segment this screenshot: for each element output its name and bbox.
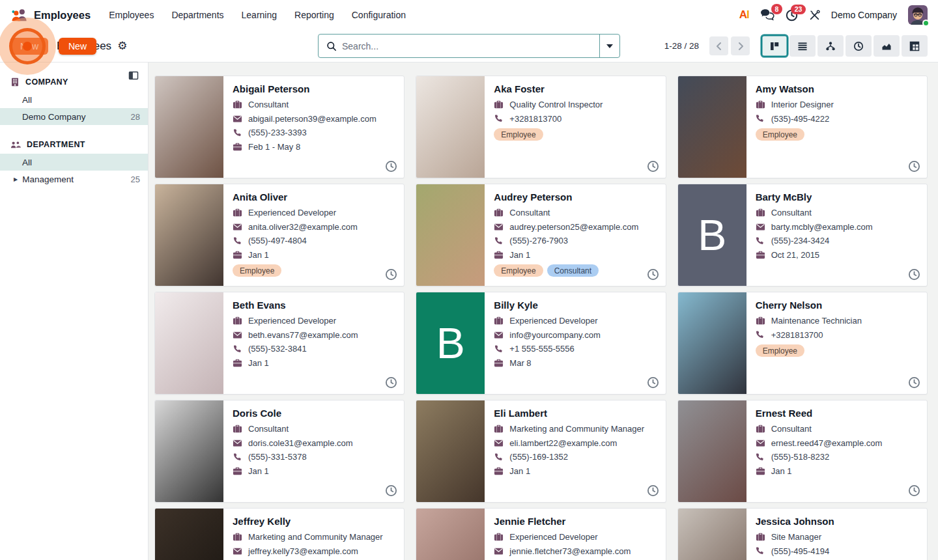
employee-job-row: Consultant bbox=[494, 206, 657, 220]
employee-card[interactable]: Beth Evans Experienced Developer beth.ev… bbox=[154, 292, 405, 395]
activity-clock-icon[interactable] bbox=[908, 484, 920, 497]
employee-card[interactable]: Doris Cole Consultant doris.cole31@examp… bbox=[154, 400, 405, 503]
ai-icon[interactable]: AI bbox=[739, 8, 749, 21]
list-view-button[interactable] bbox=[789, 35, 816, 57]
pivot-view-button[interactable] bbox=[902, 35, 928, 57]
employee-card[interactable]: B Barty McBly Consultant barty.mcbly@exa… bbox=[677, 184, 928, 287]
kanban-view-button[interactable] bbox=[761, 35, 788, 57]
employee-photo bbox=[155, 184, 223, 286]
phone-icon bbox=[756, 546, 765, 555]
employee-name: Eli Lambert bbox=[494, 408, 657, 419]
employee-card[interactable]: Audrey Peterson Consultant audrey.peters… bbox=[416, 184, 666, 287]
hierarchy-view-button[interactable] bbox=[817, 35, 844, 57]
activity-view-button[interactable] bbox=[846, 35, 872, 57]
pager-next-button[interactable] bbox=[731, 36, 750, 55]
employee-tag[interactable]: Employee bbox=[494, 264, 543, 277]
employee-tag[interactable]: Employee bbox=[233, 264, 281, 277]
employee-phone-row: (555)-532-3841 bbox=[233, 342, 396, 356]
employee-photo bbox=[678, 292, 746, 394]
employee-card[interactable]: Cherry Nelson Maintenance Technician +32… bbox=[677, 292, 928, 395]
activity-clock-icon[interactable] bbox=[908, 160, 920, 173]
employee-dates-row: Mar 8 bbox=[494, 356, 657, 371]
activity-clock-icon[interactable] bbox=[908, 376, 920, 389]
activity-clock-icon[interactable] bbox=[385, 376, 397, 389]
activity-clock-icon[interactable] bbox=[385, 484, 397, 497]
employee-phone-row: (555)-497-4804 bbox=[233, 234, 396, 248]
filter-item-all[interactable]: All bbox=[0, 91, 148, 108]
employee-job-row: Experienced Developer bbox=[494, 530, 657, 544]
phone-icon bbox=[233, 236, 242, 245]
panel-toggle-icon[interactable] bbox=[128, 70, 139, 81]
activity-clock-icon[interactable] bbox=[908, 268, 920, 281]
menu-reporting[interactable]: Reporting bbox=[294, 10, 334, 20]
employee-name: Cherry Nelson bbox=[756, 300, 919, 311]
employee-tag[interactable]: Employee bbox=[756, 344, 804, 357]
employee-tag[interactable]: Consultant bbox=[547, 264, 599, 277]
activity-clock-icon[interactable] bbox=[647, 160, 659, 173]
developer-tools-icon[interactable] bbox=[809, 10, 820, 21]
briefcase-icon bbox=[756, 316, 765, 326]
new-button-ghost[interactable]: New bbox=[59, 38, 96, 55]
new-button[interactable]: New bbox=[10, 38, 48, 55]
list-view-icon bbox=[797, 41, 808, 51]
activity-clock-icon[interactable] bbox=[647, 484, 659, 497]
employee-card[interactable]: Jessica Johnson Site Manager (555)-495-4… bbox=[677, 508, 928, 560]
search-options-toggle[interactable] bbox=[599, 35, 619, 57]
employee-email-row: barty.mcbly@example.com bbox=[756, 220, 919, 234]
employee-name: Audrey Peterson bbox=[494, 191, 657, 203]
phone-icon bbox=[233, 128, 242, 137]
menu-configuration[interactable]: Configuration bbox=[352, 10, 406, 20]
employee-card[interactable]: Ernest Reed Consultant ernest.reed47@exa… bbox=[677, 400, 928, 503]
employee-card[interactable]: Anita Oliver Experienced Developer anita… bbox=[154, 184, 405, 287]
top-navbar: Employees EmployeesDepartmentsLearningRe… bbox=[0, 0, 938, 30]
employee-job-row: Consultant bbox=[756, 422, 919, 436]
messages-icon[interactable]: 8 bbox=[760, 8, 775, 21]
employee-photo bbox=[678, 400, 746, 502]
filter-item-management[interactable]: ▶Management25 bbox=[0, 171, 148, 188]
chevron-right-icon bbox=[736, 42, 745, 51]
phone-icon bbox=[756, 453, 765, 462]
company-name[interactable]: Demo Company bbox=[831, 10, 897, 20]
employee-tag[interactable]: Employee bbox=[494, 128, 543, 141]
employee-card[interactable]: Abigail Peterson Consultant abigail.pete… bbox=[154, 76, 405, 178]
gear-icon[interactable]: ⚙ bbox=[117, 40, 127, 51]
app-title[interactable]: Employees bbox=[34, 9, 91, 21]
graph-view-button[interactable] bbox=[874, 35, 900, 57]
phone-icon bbox=[494, 236, 504, 245]
menu-learning[interactable]: Learning bbox=[242, 10, 277, 20]
employee-email-row: beth.evans77@example.com bbox=[233, 328, 396, 343]
employee-dates-row: Jan 1 bbox=[233, 356, 396, 371]
pager-previous-button[interactable] bbox=[709, 36, 728, 55]
activity-clock-icon[interactable] bbox=[647, 376, 659, 389]
employee-phone-row: (555)-331-5378 bbox=[233, 450, 396, 464]
employee-job-row: Experienced Developer bbox=[233, 206, 396, 220]
activity-clock-icon[interactable] bbox=[385, 160, 397, 173]
activity-clock-icon[interactable] bbox=[647, 268, 659, 281]
employee-card[interactable]: Jennie Fletcher Experienced Developer je… bbox=[416, 508, 666, 560]
kanban-grid: Abigail Peterson Consultant abigail.pete… bbox=[149, 63, 938, 560]
user-avatar[interactable] bbox=[908, 5, 928, 25]
employee-card[interactable]: Amy Watson Interior Designer (535)-495-4… bbox=[677, 76, 928, 178]
envelope-icon bbox=[233, 330, 242, 340]
employee-card[interactable]: Jeffrey Kelly Marketing and Community Ma… bbox=[154, 508, 405, 560]
menu-employees[interactable]: Employees bbox=[109, 10, 154, 20]
filter-item-demo-company[interactable]: Demo Company28 bbox=[0, 108, 148, 125]
filter-item-all[interactable]: All bbox=[0, 154, 148, 171]
expand-caret-icon[interactable]: ▶ bbox=[14, 176, 18, 182]
activities-icon[interactable]: 23 bbox=[786, 9, 798, 21]
employees-app-icon[interactable] bbox=[10, 7, 28, 24]
employee-tag[interactable]: Employee bbox=[756, 128, 804, 141]
search-input[interactable] bbox=[342, 41, 599, 51]
employee-card[interactable]: Eli Lambert Marketing and Community Mana… bbox=[416, 400, 666, 503]
employee-card[interactable]: Aka Foster Quality Control Inspector +32… bbox=[416, 76, 666, 178]
activity-clock-icon[interactable] bbox=[385, 268, 397, 281]
phone-icon bbox=[233, 344, 242, 354]
employee-card[interactable]: B Billy Kyle Experienced Developer info@… bbox=[416, 292, 666, 395]
menu-departments[interactable]: Departments bbox=[171, 10, 223, 20]
employee-dates-row: Feb 1 - May 8 bbox=[233, 140, 396, 154]
employee-job-row: Consultant bbox=[233, 98, 396, 112]
phone-icon bbox=[756, 114, 765, 123]
employee-name: Billy Kyle bbox=[494, 300, 657, 311]
chevron-left-icon bbox=[715, 42, 724, 51]
employee-name: Amy Watson bbox=[756, 83, 919, 94]
